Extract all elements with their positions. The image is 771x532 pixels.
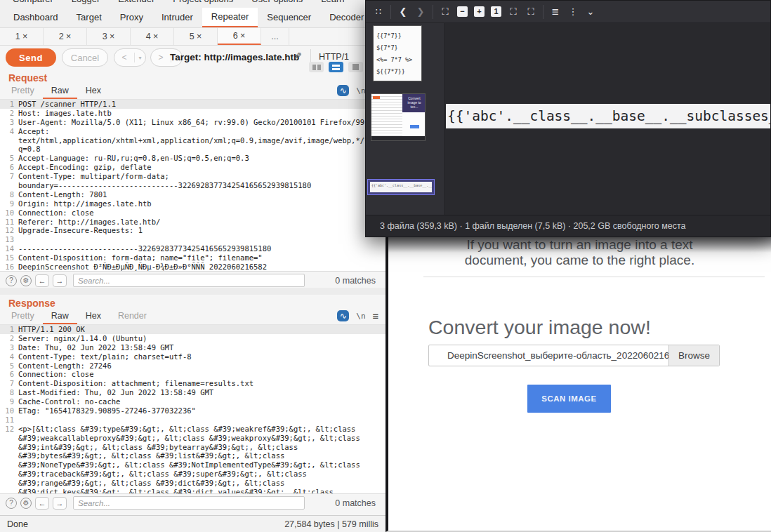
response-tab-render[interactable]: Render — [110, 311, 155, 324]
help-icon[interactable]: ? — [6, 275, 17, 286]
newline-toggle-icon[interactable]: \n — [356, 86, 365, 95]
toolbar-separator — [390, 5, 391, 19]
zoom-out-icon[interactable]: − — [457, 6, 468, 17]
repeater-tab-more[interactable]: ... — [261, 28, 289, 45]
next-image-icon[interactable]: ❯ — [415, 6, 426, 17]
code-line: 12Upgrade-Insecure-Requests: 1 — [0, 226, 386, 235]
fullscreen-icon[interactable]: ⛶ — [525, 6, 536, 18]
repeater-tab-5[interactable]: 5 × — [174, 28, 218, 45]
response-metrics: 27,584 bytes | 579 millis — [284, 519, 378, 529]
newline-toggle-icon[interactable]: \n — [356, 312, 365, 321]
browse-button[interactable]: Browse — [668, 345, 719, 366]
layout-columns-button[interactable] — [309, 62, 324, 72]
scan-image-button[interactable]: SCAN IMAGE — [527, 385, 611, 413]
request-panel: Request PrettyRawHex ∿\n≡ 1POST /scanner… — [0, 69, 386, 289]
code-line: 3User-Agent: Mozilla/5.0 (X11; Linux x86… — [0, 118, 386, 127]
repeater-tab-3[interactable]: 3 × — [87, 28, 131, 45]
request-search-input[interactable] — [73, 274, 305, 287]
fit-width-icon[interactable]: ⛶ — [440, 6, 451, 18]
history-back-button[interactable]: < ▾ — [114, 48, 146, 67]
response-search-input[interactable] — [73, 496, 305, 510]
thumb-taskbar — [371, 136, 426, 140]
search-settings-icon[interactable]: ⚙ — [20, 275, 32, 286]
cancel-button[interactable]: Cancel — [62, 48, 108, 67]
target-url: Target: http://images.late.htb — [170, 52, 299, 62]
request-editor[interactable]: 1POST /scanner HTTP/1.12Host: images.lat… — [0, 99, 386, 271]
repeater-tab-1[interactable]: 1 × — [0, 28, 44, 45]
code-line: &#39;NoneType&#39;&gt;, &lt;class &#39;N… — [0, 460, 386, 470]
tab-intruder[interactable]: Intruder — [152, 8, 202, 27]
thumbnail-view-icon[interactable]: ≣ — [550, 6, 561, 17]
zoom-original-icon[interactable]: 1 — [491, 6, 501, 17]
repeater-tab-4[interactable]: 4 × — [131, 28, 174, 45]
tab-learn[interactable]: Learn — [321, 0, 344, 4]
repeater-tab-2[interactable]: 2 × — [44, 28, 87, 45]
burp-suite-window: ComparerLoggerExtenderProject optionsUse… — [0, 0, 386, 532]
burp-top-menu-row: ComparerLoggerExtenderProject optionsUse… — [0, 0, 386, 8]
viewer-main-view: {{'abc'.__class__.__base__.__subclasses_… — [446, 23, 770, 215]
tab-proxy[interactable]: Proxy — [111, 8, 152, 27]
code-line: boundary=---------------------------3226… — [0, 181, 386, 190]
search-settings-icon[interactable]: ⚙ — [20, 498, 32, 509]
prettify-icon[interactable]: ∿ — [337, 310, 349, 321]
more-options-icon[interactable]: ⋮ — [567, 6, 579, 17]
prev-match-button[interactable]: ← — [35, 497, 49, 510]
response-match-count: 0 matches — [335, 498, 376, 508]
code-line: 7Content-Disposition: attachment; filena… — [0, 379, 386, 388]
prettify-icon[interactable]: ∿ — [337, 85, 349, 96]
code-line: &#39;range&#39;&gt;, &lt;class &#39;dict… — [0, 479, 386, 488]
thumb-text-line: ${7*7} — [376, 42, 421, 54]
request-tab-raw[interactable]: Raw — [43, 86, 77, 99]
page-tagline-line2: document, you came to the right place. — [388, 253, 771, 268]
send-button[interactable]: Send — [6, 48, 56, 67]
code-line: 7Content-Type: multipart/form-data; — [0, 172, 386, 181]
thumb-text-line: ${{7*7}} — [376, 66, 421, 78]
thumbnail-ssti-payloads[interactable]: {{7*7}}${7*7}<%= 7*7 %>${{7*7}} — [373, 25, 422, 81]
tab-project-options[interactable]: Project options — [173, 0, 233, 4]
thumbnail-screenshot[interactable]: Convert image to tex... — [371, 93, 426, 141]
code-line: 1HTTP/1.1 200 OK — [0, 325, 386, 334]
panel-divider[interactable] — [0, 288, 386, 295]
code-line: &#39;traceback&#39;&gt;, &lt;class &#39;… — [0, 470, 386, 479]
layout-rows-button[interactable] — [329, 62, 343, 72]
thumbnail-selected-payload[interactable]: {{'abc'.__class__.__base__.__subclasses_… — [367, 179, 435, 195]
next-match-button[interactable]: → — [53, 274, 67, 287]
repeater-tab-6[interactable]: 6 × — [218, 28, 261, 45]
response-tab-pretty[interactable]: Pretty — [3, 311, 43, 324]
help-icon[interactable]: ? — [6, 498, 17, 509]
code-line: 15Content-Disposition: form-data; name="… — [0, 253, 386, 262]
http-version-selector[interactable]: HTTP/1 — [319, 52, 349, 62]
fit-window-icon[interactable]: ⛶ — [508, 6, 519, 18]
tab-repeater[interactable]: Repeater — [202, 8, 258, 27]
next-match-button[interactable]: → — [53, 497, 67, 510]
request-match-count: 0 matches — [335, 276, 376, 286]
code-line: 12<p>[&lt;class &#39;type&#39;&gt;, &lt;… — [0, 425, 386, 434]
response-editor[interactable]: 1HTTP/1.1 200 OK2Server: nginx/1.14.0 (U… — [0, 324, 386, 493]
code-line: &#39;dict_keys&#39;&gt;, &lt;class &#39;… — [0, 488, 386, 493]
tab-dashboard[interactable]: Dashboard — [4, 8, 67, 27]
repeater-instance-tabs: 1 ×2 ×3 ×4 ×5 ×6 ×... — [0, 28, 386, 46]
edit-target-icon[interactable]: ✎ — [294, 51, 302, 62]
tab-sequencer[interactable]: Sequencer — [258, 8, 320, 27]
tab-extender[interactable]: Extender — [118, 0, 154, 4]
prev-image-icon[interactable]: ❮ — [397, 6, 409, 17]
apps-grid-icon[interactable]: ∷ — [373, 6, 384, 17]
tab-user-options[interactable]: User options — [251, 0, 303, 4]
code-line: 11 — [0, 415, 386, 425]
zoom-in-icon[interactable]: + — [474, 6, 485, 17]
request-tab-hex[interactable]: Hex — [77, 86, 110, 99]
tab-logger[interactable]: Logger — [72, 0, 100, 4]
collapse-panel-icon[interactable]: ⌄ — [585, 6, 596, 17]
layout-single-button[interactable] — [348, 62, 363, 72]
editor-menu-icon[interactable]: ≡ — [373, 310, 378, 321]
file-upload-input[interactable]: DeepinScreenshot_выберите-область_202206… — [428, 345, 720, 366]
code-line: &#39;weakcallableproxy&#39;&gt;, &lt;cla… — [0, 434, 386, 443]
tab-comparer[interactable]: Comparer — [13, 0, 53, 4]
code-line: 10ETag: "1654178329.90895-27246-37703223… — [0, 406, 386, 415]
request-tab-pretty[interactable]: Pretty — [3, 86, 43, 99]
tab-target[interactable]: Target — [67, 8, 111, 27]
prev-match-button[interactable]: ← — [35, 274, 49, 287]
response-tab-hex[interactable]: Hex — [77, 311, 110, 324]
response-search-bar: ? ⚙ ← → 0 matches — [0, 493, 386, 512]
response-tab-raw[interactable]: Raw — [43, 311, 77, 324]
